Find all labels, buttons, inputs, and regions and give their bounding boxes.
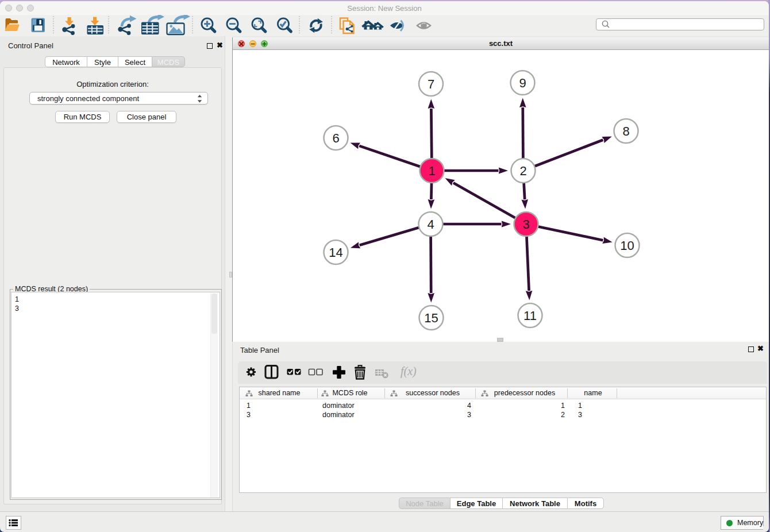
svg-text:2: 2 [519, 164, 526, 178]
svg-text:11: 11 [523, 309, 537, 323]
svg-text:14: 14 [329, 245, 342, 260]
svg-text:9: 9 [519, 76, 526, 90]
svg-text:15: 15 [424, 311, 438, 325]
svg-text:3: 3 [522, 217, 529, 232]
svg-text:10: 10 [620, 238, 634, 253]
svg-text:8: 8 [622, 124, 629, 138]
svg-text:6: 6 [332, 131, 339, 145]
svg-text:4: 4 [427, 217, 434, 232]
svg-text:1: 1 [428, 164, 435, 178]
svg-text:7: 7 [428, 77, 434, 91]
